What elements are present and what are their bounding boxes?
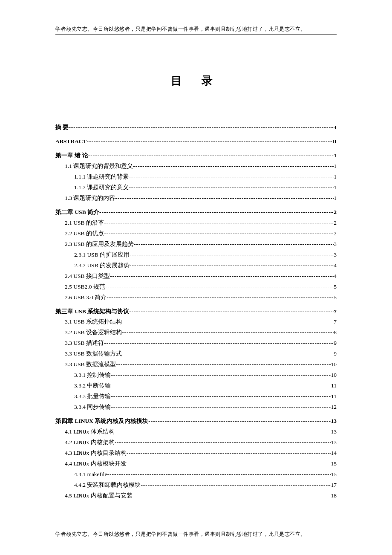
toc-entry[interactable]: 4.4 Lɪɴᴜx 内核模块开发15 (55, 459, 337, 469)
toc-leader (141, 480, 331, 491)
toc-leader (111, 381, 331, 391)
toc-entry[interactable]: 摘 要I (55, 122, 337, 133)
toc-page: 13 (331, 437, 337, 448)
toc-page: 17 (331, 480, 337, 491)
toc-entry[interactable]: 2.2 USB 的优点2 (55, 228, 337, 239)
toc-page: 10 (331, 359, 337, 370)
toc-leader (99, 207, 334, 218)
header-quote: 学者须先立志。今日所以悠悠者，只是把学问不曾做一件事看，遇事则且胡乱恁地打过了，… (55, 26, 337, 35)
toc-leader (111, 370, 331, 381)
toc-entry[interactable]: 4.3 Lɪɴᴜx 内核目录结构14 (55, 448, 337, 459)
toc-entry[interactable]: 2.3.1 USB 的扩展应用3 (55, 250, 337, 260)
toc-leader (107, 292, 334, 303)
toc-page: 11 (331, 391, 337, 402)
toc-leader (127, 459, 331, 469)
toc-entry[interactable]: 2.3 USB 的应用及发展趋势3 (55, 239, 337, 250)
toc-label: 3.3 USB 描述符 (65, 338, 104, 349)
toc-page: 14 (331, 448, 337, 459)
toc-page: 18 (331, 491, 337, 501)
toc-page: 2 (334, 207, 337, 218)
toc-page: I (334, 122, 337, 133)
toc-label: 3.3.4 同步传输 (74, 402, 111, 413)
toc-entry[interactable]: 2.5 USB2.0 规范5 (55, 282, 337, 292)
toc-entry[interactable]: 2.4 USB 接口类型4 (55, 271, 337, 282)
toc-page: 13 (331, 416, 337, 427)
toc-entry[interactable]: 1.1.2 课题研究的意义1 (55, 182, 337, 193)
toc-entry[interactable]: 3.3 USB 数据流模型10 (55, 359, 337, 370)
toc-entry[interactable]: 3.3.4 同步传输12 (55, 402, 337, 413)
toc-label: 第三章 USB 系统架构与协议 (55, 306, 129, 317)
toc-entry[interactable]: 4.4.1 makefile15 (55, 469, 337, 480)
toc-label: 第一章 绪 论 (55, 150, 88, 161)
toc-leader (127, 448, 331, 459)
toc-label: 2.2 USB 的优点 (65, 228, 104, 239)
toc-page: 9 (334, 338, 337, 349)
toc-page: 9 (334, 349, 337, 359)
toc-page: 1 (334, 150, 337, 161)
toc-page: 12 (331, 402, 337, 413)
toc-entry[interactable]: 第一章 绪 论1 (55, 150, 337, 161)
toc-label: ABSTRACT (55, 136, 87, 147)
toc-label: 2.4 USB 接口类型 (65, 271, 110, 282)
toc-leader (129, 172, 334, 182)
toc-entry[interactable]: 4.1 Lɪɴᴜx 体系结构13 (55, 427, 337, 437)
toc-page: 13 (331, 427, 337, 437)
toc-entry[interactable]: 3.2 USB 设备逻辑结构8 (55, 327, 337, 338)
toc-entry[interactable]: 4.4.2 安装和卸载内核模块17 (55, 480, 337, 491)
toc-entry[interactable]: 3.3.3 批量传输11 (55, 391, 337, 402)
toc-leader (111, 402, 331, 413)
footer-quote: 学者须先立志。今日所以悠悠者，只是把学问不曾做一件事看，遇事则且胡乱恁地打过了，… (55, 531, 337, 538)
toc-page: 3 (334, 250, 337, 260)
toc-leader (130, 260, 334, 271)
toc-entry[interactable]: 1.1 课题研究的背景和意义1 (55, 161, 337, 172)
toc-entry[interactable]: 2.6 USB 3.0 简介5 (55, 292, 337, 303)
toc-leader (104, 228, 334, 239)
toc-entry[interactable]: 第四章 LINUX 系统内核及内核模块13 (55, 416, 337, 427)
toc-entry[interactable]: 3.3.1 控制传输10 (55, 370, 337, 381)
toc-label: 3.3.1 控制传输 (74, 370, 111, 381)
toc-entry[interactable]: 第三章 USB 系统架构与协议7 (55, 306, 337, 317)
toc-label: 2.3.1 USB 的扩展应用 (74, 250, 130, 260)
toc-leader (122, 327, 334, 338)
toc-label: 4.4.2 安装和卸载内核模块 (74, 480, 141, 491)
toc-page: 1 (334, 172, 337, 182)
toc-entry[interactable]: 1.1.1 课题研究的背景1 (55, 172, 337, 182)
toc-entry[interactable]: 2.3.2 USB 的发展趋势4 (55, 260, 337, 271)
toc-label: 4.3 Lɪɴᴜx 内核目录结构 (65, 448, 127, 459)
toc-label: 3.1 USB 系统拓扑结构 (65, 317, 122, 327)
toc-leader (115, 193, 334, 204)
toc-label: 3.2 USB 设备逻辑结构 (65, 327, 122, 338)
toc-entry[interactable]: 2.1 USB 的沿革2 (55, 218, 337, 228)
toc-entry[interactable]: 4.2 Lɪɴᴜx 内核架构13 (55, 437, 337, 448)
toc-page: 4 (334, 271, 337, 282)
toc-page: 10 (331, 370, 337, 381)
toc-entry[interactable]: 第二章 USB 简介2 (55, 207, 337, 218)
toc-label: 1.1.2 课题研究的意义 (74, 182, 129, 193)
toc-label: 4.4.1 makefile (74, 469, 107, 480)
toc-leader (129, 182, 334, 193)
toc-label: 1.3 课题研究的内容 (65, 193, 115, 204)
toc-page: 4 (334, 260, 337, 271)
toc-leader (88, 150, 334, 161)
toc-entry[interactable]: 3.3 USB 描述符9 (55, 338, 337, 349)
toc-entry[interactable]: 3.3 USB 数据传输方式9 (55, 349, 337, 359)
toc-page: II (332, 136, 337, 147)
toc-label: 1.1.1 课题研究的背景 (74, 172, 129, 182)
table-of-contents: 摘 要IABSTRACTII第一章 绪 论11.1 课题研究的背景和意义11.1… (55, 122, 337, 501)
toc-entry[interactable]: 3.1 USB 系统拓扑结构7 (55, 317, 337, 327)
toc-page: 15 (331, 459, 337, 469)
toc-leader (87, 136, 332, 147)
toc-page: 1 (334, 161, 337, 172)
toc-page: 3 (334, 239, 337, 250)
toc-entry[interactable]: 1.3 课题研究的内容1 (55, 193, 337, 204)
toc-page: 5 (334, 282, 337, 292)
toc-label: 1.1 课题研究的背景和意义 (65, 161, 133, 172)
toc-label: 摘 要 (55, 122, 69, 133)
toc-leader (116, 359, 331, 370)
toc-leader (104, 338, 334, 349)
toc-entry[interactable]: 4.5 Lɪɴᴜx 内核配置与安装18 (55, 491, 337, 501)
toc-page: 11 (331, 381, 337, 391)
toc-entry[interactable]: ABSTRACTII (55, 136, 337, 147)
toc-page: 15 (331, 469, 337, 480)
toc-entry[interactable]: 3.3.2 中断传输11 (55, 381, 337, 391)
